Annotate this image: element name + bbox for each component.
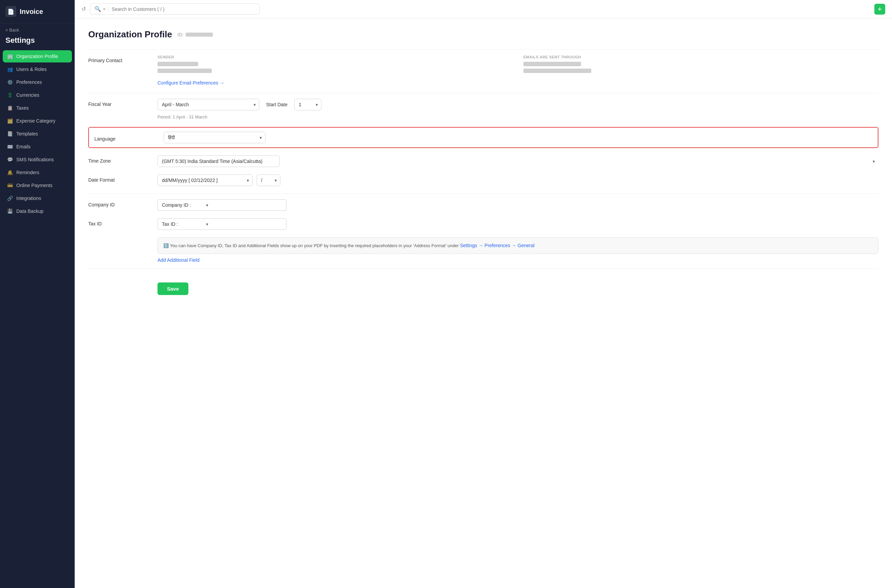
sidebar-item-users-roles[interactable]: 👥 Users & Roles: [3, 63, 72, 75]
payments-icon: 💳: [7, 183, 13, 188]
info-box: ℹ️ You can have Company ID, Tax ID and A…: [157, 237, 879, 254]
sidebar-item-label: Taxes: [16, 105, 29, 111]
start-date-label: Start Date: [266, 102, 288, 107]
company-id-input[interactable]: [212, 199, 286, 211]
sidebar-item-templates[interactable]: 📑 Templates: [3, 128, 72, 140]
users-icon: 👥: [7, 66, 13, 72]
company-id-select-wrap: Company ID : ▾: [157, 199, 212, 211]
app-name: Invoice: [20, 8, 43, 16]
integrations-icon: 🔗: [7, 195, 13, 201]
backup-icon: 💾: [7, 208, 13, 214]
sidebar-item-label: Online Payments: [16, 183, 52, 188]
sidebar-section-title: Settings: [0, 34, 75, 49]
company-id-field-row: Company ID : ▾: [157, 199, 879, 211]
sidebar-item-label: Currencies: [16, 92, 39, 98]
separator-select[interactable]: / - .: [256, 174, 280, 186]
sidebar-item-label: Preferences: [16, 80, 42, 85]
timezone-row: Time Zone (GMT 5:30) India Standard Time…: [88, 156, 879, 167]
search-input[interactable]: [112, 6, 255, 12]
tax-id-row: Tax ID Tax ID : ▾: [88, 218, 879, 230]
company-id-select[interactable]: Company ID :: [157, 199, 212, 211]
tax-id-label: Tax ID: [88, 218, 149, 226]
topbar: ↺ 🔍 ▾ +: [75, 0, 892, 18]
page-header: Organization Profile ID:: [88, 29, 879, 40]
info-text: You can have Company ID, Tax ID and Addi…: [170, 243, 459, 248]
templates-icon: 📑: [7, 131, 13, 136]
search-filter-arrow[interactable]: ▾: [103, 7, 108, 12]
primary-contact-row: Primary Contact SENDER EMAILS ARE SENT T…: [88, 55, 879, 86]
back-button[interactable]: < Back: [0, 23, 75, 34]
primary-contact-label: Primary Contact: [88, 55, 149, 63]
sidebar-item-data-backup[interactable]: 💾 Data Backup: [3, 205, 72, 217]
currencies-icon: 💲: [7, 92, 13, 98]
date-format-select-wrap: dd/MM/yyyy [ 02/12/2022 ] MM/dd/yyyy ▾: [157, 174, 253, 186]
timezone-controls: (GMT 5:30) India Standard Time (Asia/Cal…: [157, 156, 879, 167]
sidebar-item-sms-notifications[interactable]: 💬 SMS Notifications: [3, 153, 72, 166]
sidebar: 📄 Invoice < Back Settings 🏢 Organization…: [0, 0, 75, 588]
language-select[interactable]: हिंदी English: [163, 132, 265, 143]
date-format-select[interactable]: dd/MM/yyyy [ 02/12/2022 ] MM/dd/yyyy: [157, 174, 253, 186]
sidebar-item-label: Integrations: [16, 195, 41, 201]
sidebar-item-expense-category[interactable]: 🗂️ Expense Category: [3, 115, 72, 127]
sidebar-item-organization-profile[interactable]: 🏢 Organization Profile: [3, 50, 72, 63]
sender-label: SENDER: [157, 55, 513, 59]
sidebar-item-integrations[interactable]: 🔗 Integrations: [3, 192, 72, 204]
refresh-icon[interactable]: ↺: [81, 6, 86, 12]
tax-id-select-wrap: Tax ID : ▾: [157, 218, 212, 230]
sidebar-item-label: Templates: [16, 131, 38, 136]
sidebar-item-online-payments[interactable]: 💳 Online Payments: [3, 179, 72, 192]
reminders-icon: 🔔: [7, 170, 13, 175]
fiscal-year-label: Fiscal Year: [88, 99, 149, 107]
search-icon: 🔍: [94, 6, 101, 12]
sidebar-item-taxes[interactable]: 📋 Taxes: [3, 102, 72, 114]
sidebar-item-label: Emails: [16, 144, 30, 149]
tax-id-input[interactable]: [212, 218, 286, 230]
save-button[interactable]: Save: [157, 282, 188, 295]
sender-bar-2: [157, 69, 212, 73]
sidebar-item-label: SMS Notifications: [16, 157, 54, 162]
taxes-icon: 📋: [7, 105, 13, 111]
sidebar-item-preferences[interactable]: ⚙️ Preferences: [3, 76, 72, 88]
tax-id-field-row: Tax ID : ▾: [157, 218, 879, 230]
search-wrap: 🔍 ▾: [90, 3, 260, 15]
sidebar-item-reminders[interactable]: 🔔 Reminders: [3, 166, 72, 178]
page-title: Organization Profile: [88, 29, 172, 40]
configure-email-link[interactable]: Configure Email Preferences →: [157, 80, 879, 86]
preferences-icon: ⚙️: [7, 80, 13, 85]
add-additional-field-link[interactable]: Add Additional Field: [157, 257, 199, 263]
emails-icon: ✉️: [7, 144, 13, 149]
sender-bar-1: [157, 62, 198, 66]
content: Organization Profile ID: Primary Contact…: [75, 18, 892, 588]
organization-icon: 🏢: [7, 54, 13, 59]
language-label: Language: [94, 134, 156, 142]
date-format-controls: dd/MM/yyyy [ 02/12/2022 ] MM/dd/yyyy ▾ /…: [157, 174, 879, 186]
app-logo: 📄 Invoice: [0, 0, 75, 23]
tax-id-select[interactable]: Tax ID :: [157, 218, 212, 230]
logo-icon: 📄: [5, 6, 16, 17]
emails-bar-2: [523, 69, 591, 73]
sidebar-item-currencies[interactable]: 💲 Currencies: [3, 89, 72, 101]
timezone-label: Time Zone: [88, 156, 149, 164]
sidebar-nav: 🏢 Organization Profile 👥 Users & Roles ⚙…: [0, 49, 75, 219]
back-label: < Back: [5, 27, 19, 33]
sidebar-item-emails[interactable]: ✉️ Emails: [3, 141, 72, 153]
page-id: ID:: [177, 32, 213, 38]
timezone-chevron: ▾: [873, 159, 875, 164]
fiscal-row: April - March January - December ▾ Start…: [157, 99, 879, 110]
start-date-select[interactable]: 1 2 3: [294, 99, 321, 110]
date-format-row: Date Format dd/MM/yyyy [ 02/12/2022 ] MM…: [88, 174, 879, 186]
sender-col: SENDER: [157, 55, 513, 75]
sidebar-item-label: Data Backup: [16, 208, 43, 214]
emails-sent-col: EMAILS ARE SENT THROUGH: [523, 55, 879, 75]
period-text: Period: 1 April - 31 March: [157, 114, 879, 120]
fiscal-year-select[interactable]: April - March January - December: [157, 99, 259, 110]
main: ↺ 🔍 ▾ + Organization Profile ID: Primary…: [75, 0, 892, 588]
add-button[interactable]: +: [874, 4, 885, 15]
emails-bar-1: [523, 62, 581, 66]
date-format-row-inner: dd/MM/yyyy [ 02/12/2022 ] MM/dd/yyyy ▾ /…: [157, 174, 879, 186]
info-settings-link[interactable]: Settings → Preferences → General: [460, 243, 534, 248]
sidebar-item-label: Expense Category: [16, 118, 55, 124]
sidebar-item-label: Organization Profile: [16, 54, 58, 59]
timezone-select[interactable]: (GMT 5:30) India Standard Time (Asia/Cal…: [157, 156, 280, 167]
company-id-label: Company ID: [88, 199, 149, 207]
